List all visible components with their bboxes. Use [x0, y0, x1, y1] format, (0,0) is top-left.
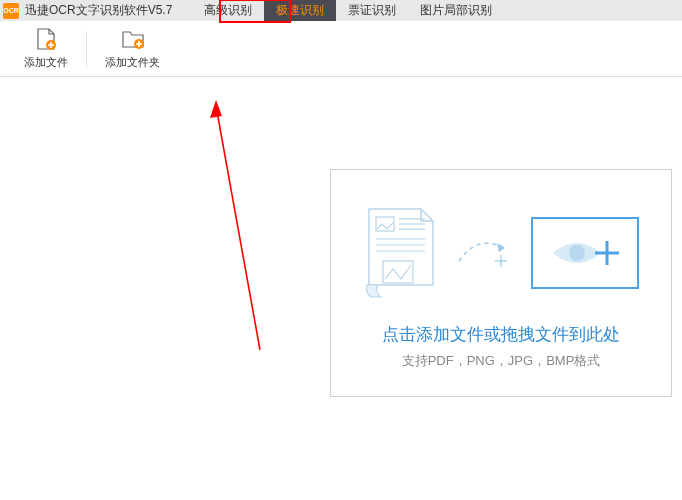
drop-zone-title: 点击添加文件或拖拽文件到此处	[382, 323, 620, 346]
svg-marker-3	[210, 100, 222, 118]
drop-zone-subtitle: 支持PDF，PNG，JPG，BMP格式	[402, 352, 601, 370]
app-title: 迅捷OCR文字识别软件V5.7	[25, 2, 172, 19]
annotation-arrow-icon	[198, 100, 262, 350]
tab-region-ocr[interactable]: 图片局部识别	[408, 0, 504, 21]
app-logo-icon: OCR	[3, 3, 19, 19]
toolbar-divider	[86, 31, 87, 67]
document-icon	[363, 207, 439, 299]
tab-ticket-ocr[interactable]: 票证识别	[336, 0, 408, 21]
eye-preview-box	[531, 217, 639, 289]
tab-advanced-ocr[interactable]: 高级识别	[192, 0, 264, 21]
menu-tabs: 高级识别 极速识别 票证识别 图片局部识别	[192, 0, 504, 21]
drop-zone[interactable]: 点击添加文件或拖拽文件到此处 支持PDF，PNG，JPG，BMP格式	[330, 169, 672, 397]
dashed-arrow-icon	[457, 233, 513, 273]
title-bar: OCR 迅捷OCR文字识别软件V5.7 高级识别 极速识别 票证识别 图片局部识…	[0, 0, 682, 21]
add-file-label: 添加文件	[24, 55, 68, 70]
content-area: 点击添加文件或拖拽文件到此处 支持PDF，PNG，JPG，BMP格式	[0, 77, 682, 500]
svg-line-2	[216, 106, 260, 350]
drop-zone-graphics	[363, 207, 639, 299]
add-folder-icon	[121, 27, 145, 51]
svg-rect-11	[383, 261, 413, 283]
svg-point-15	[569, 245, 585, 261]
svg-marker-12	[497, 243, 505, 252]
add-file-icon	[34, 27, 58, 51]
tab-fast-ocr[interactable]: 极速识别	[264, 0, 336, 21]
add-file-button[interactable]: 添加文件	[14, 27, 78, 70]
eye-preview-icon	[545, 231, 625, 275]
add-folder-button[interactable]: 添加文件夹	[95, 27, 170, 70]
toolbar: 添加文件 添加文件夹	[0, 21, 682, 77]
add-folder-label: 添加文件夹	[105, 55, 160, 70]
